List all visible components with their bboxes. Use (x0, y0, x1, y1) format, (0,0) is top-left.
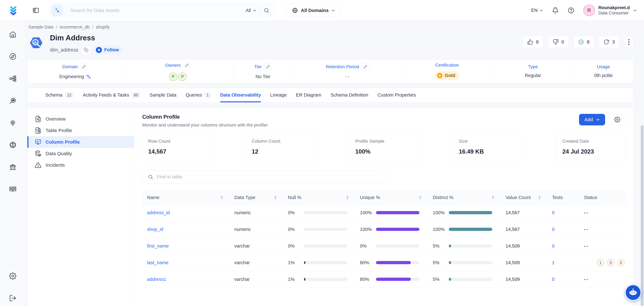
observability-search-icon[interactable] (9, 97, 16, 104)
edit-retention-icon[interactable] (362, 63, 369, 71)
node-tree-icon[interactable] (9, 75, 16, 82)
column-profile-table: NameData TypeNull %Unique %Distinct %Val… (142, 191, 625, 288)
edit-tier-icon[interactable] (264, 63, 272, 71)
menu-item-table-profile[interactable]: Table Profile (27, 125, 134, 136)
breadcrumb-schema[interactable]: shopify (96, 25, 110, 30)
search-scope-dropdown[interactable]: All (246, 8, 256, 13)
column-name-link[interactable]: first_name (147, 243, 169, 249)
menu-item-overview[interactable]: Overview (27, 113, 134, 125)
column-header-name[interactable]: Name (142, 195, 230, 200)
metric-bar (304, 278, 348, 281)
column-header-data-type[interactable]: Data Type (230, 195, 283, 200)
menu-item-data-quality[interactable]: Data Quality (27, 148, 134, 159)
tab-sample-data[interactable]: Sample Data (150, 88, 176, 102)
more-options-button[interactable] (624, 36, 634, 48)
sort-icon[interactable] (538, 195, 541, 199)
tab-schema-definition[interactable]: Schema Definition (331, 88, 368, 102)
version-count: 3 (612, 39, 615, 45)
settings-gear-icon[interactable] (9, 272, 16, 280)
tab-data-observability[interactable]: Data Observability (220, 88, 261, 102)
copy-icon[interactable] (82, 46, 90, 54)
compass-explore-icon[interactable] (9, 53, 16, 60)
help-icon[interactable] (568, 7, 574, 14)
ai-sparkle-icon[interactable] (51, 5, 63, 16)
sort-icon[interactable] (492, 195, 494, 199)
column-name-link[interactable]: address1 (147, 277, 166, 282)
glossary-book-icon[interactable] (9, 185, 16, 193)
notifications-bell-icon[interactable] (552, 7, 559, 14)
scrollbar-thumb[interactable] (641, 125, 644, 306)
globe-icon (292, 7, 298, 14)
card-value: 14,567 (148, 148, 205, 155)
breadcrumb-service[interactable]: Sample Data (28, 25, 54, 30)
meta-certification: Certification Gold (402, 59, 492, 83)
avatar-initial: R (587, 7, 591, 13)
tab-queries[interactable]: Queries1 (186, 88, 211, 102)
sort-icon[interactable] (220, 195, 223, 199)
column-name-link[interactable]: address_id (147, 210, 170, 215)
column-header-label: Data Type (234, 195, 256, 200)
tab-label: Custom Properties (378, 92, 416, 98)
upvote-button[interactable]: 8 (523, 36, 543, 48)
table-row-last-name: last_namevarchar1%80%5%14,5091100 (142, 254, 625, 271)
downvote-button[interactable]: 0 (548, 36, 569, 48)
find-in-table-input[interactable] (156, 174, 380, 180)
column-header-null[interactable]: Null % (283, 195, 355, 200)
tab-custom-properties[interactable]: Custom Properties (378, 88, 416, 102)
column-header-distinct[interactable]: Distinct % (428, 195, 501, 200)
data-type-cell: varchar (230, 260, 283, 265)
column-name-link[interactable]: shop_id (147, 227, 164, 232)
sort-icon[interactable] (274, 195, 277, 199)
tests-link[interactable]: 0 (552, 243, 554, 249)
type-label: Type (528, 64, 538, 69)
sort-icon[interactable] (346, 195, 349, 199)
home-icon[interactable] (9, 31, 16, 38)
menu-item-incidents[interactable]: Incidents (27, 159, 134, 171)
domain-value[interactable]: Engineering (59, 74, 84, 79)
tests-link[interactable]: 0 (552, 227, 554, 232)
profiler-settings-button[interactable] (609, 114, 625, 125)
tab-schema[interactable]: Schema12 (45, 88, 74, 102)
card-value: 24 Jul 2023 (562, 148, 619, 155)
all-domains-button[interactable]: All Domains (287, 4, 340, 17)
tests-link[interactable]: 0 (552, 277, 554, 282)
column-name-link[interactable]: last_name (147, 260, 168, 265)
edit-owners-icon[interactable] (183, 62, 190, 69)
insights-bulb-icon[interactable] (9, 119, 16, 127)
tests-link[interactable]: 0 (552, 210, 554, 215)
tests-link[interactable]: 1 (552, 260, 554, 265)
summary-card-size: Size16.49 KB (453, 133, 522, 163)
tab-activity-feeds-tasks[interactable]: Activity Feeds & Tasks60 (83, 88, 140, 102)
followers-button[interactable]: 8 (574, 36, 594, 48)
owner-avatar[interactable]: P (178, 73, 186, 81)
column-header-value-count[interactable]: Value Count (501, 195, 547, 200)
column-header-unique[interactable]: Unique % (355, 195, 428, 200)
owner-avatar[interactable]: P (169, 73, 177, 81)
app-logo-icon[interactable] (8, 6, 18, 15)
search-icon[interactable] (264, 8, 269, 13)
column-header-tests: Tests (547, 195, 579, 200)
follow-button[interactable]: ★ Follow (94, 46, 123, 55)
tab-er-diagram[interactable]: ER Diagram (296, 88, 321, 102)
menu-item-column-profile[interactable]: Column Profile (27, 136, 134, 148)
column-header-label: Name (147, 195, 160, 200)
retention-value: - - (345, 74, 350, 79)
edit-domain-icon[interactable] (80, 63, 88, 71)
data-type-cell: varchar (230, 277, 283, 282)
search-input[interactable] (70, 8, 242, 13)
versions-button[interactable]: 3 (599, 36, 620, 48)
language-dropdown[interactable]: EN (531, 8, 543, 13)
chat-assistant-button[interactable] (625, 284, 642, 301)
globe-domains-icon[interactable] (9, 141, 16, 149)
all-domains-label: All Domains (301, 8, 328, 13)
user-menu[interactable]: R Rounakpreet.d Data Consumer (583, 5, 637, 16)
sort-icon[interactable] (419, 195, 422, 199)
add-button[interactable]: Add (579, 114, 605, 125)
breadcrumb-database[interactable]: ecommerce_db (60, 25, 90, 30)
type-value: Regular (525, 73, 541, 78)
sidebar-toggle-icon[interactable] (32, 7, 39, 14)
metric-bar (376, 211, 420, 214)
logout-icon[interactable] (9, 294, 16, 302)
governance-bank-icon[interactable] (9, 163, 16, 171)
tab-lineage[interactable]: Lineage (270, 88, 287, 102)
